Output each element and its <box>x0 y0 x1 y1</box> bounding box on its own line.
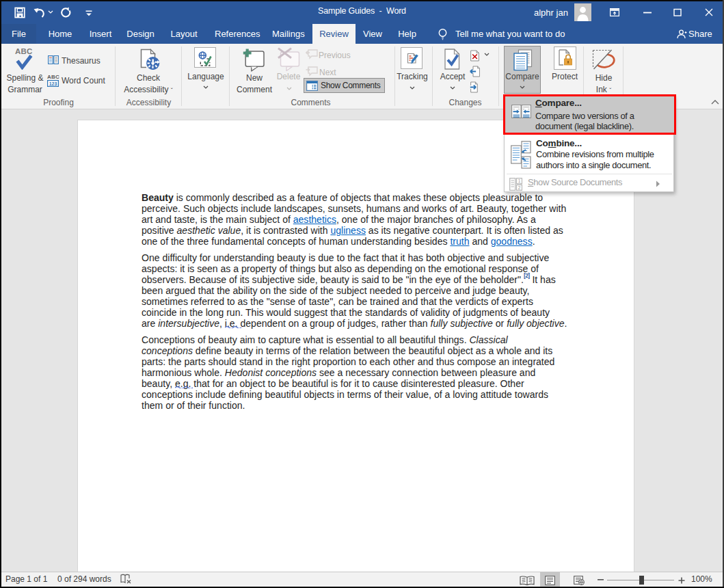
svg-text:123: 123 <box>49 81 57 86</box>
svg-text:1: 1 <box>518 178 521 183</box>
svg-text:2: 2 <box>518 185 521 190</box>
